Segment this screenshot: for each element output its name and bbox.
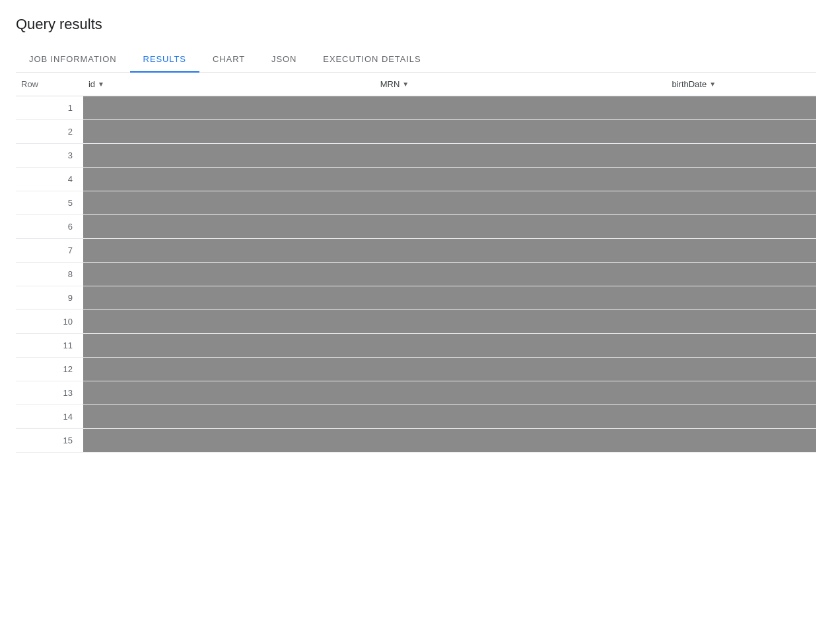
cell-mrn — [375, 405, 667, 429]
cell-birthdate — [666, 358, 816, 381]
table-row: 13 — [16, 381, 816, 405]
birthdate-sort-icon[interactable]: ▼ — [709, 80, 716, 88]
results-table-container: Row id ▼ MRN ▼ — [16, 73, 816, 453]
table-header-row: Row id ▼ MRN ▼ — [16, 73, 816, 96]
row-number: 8 — [16, 263, 83, 286]
row-number: 6 — [16, 215, 83, 239]
tab-job-information[interactable]: JOB INFORMATION — [16, 46, 130, 72]
cell-id — [83, 310, 375, 334]
tabs-bar: JOB INFORMATION RESULTS CHART JSON EXECU… — [16, 46, 816, 73]
cell-mrn — [375, 215, 667, 239]
cell-mrn — [375, 96, 667, 120]
row-number: 9 — [16, 286, 83, 310]
cell-id — [83, 286, 375, 310]
cell-id — [83, 381, 375, 405]
col-header-mrn[interactable]: MRN ▼ — [375, 73, 667, 96]
row-number: 14 — [16, 405, 83, 429]
cell-id — [83, 215, 375, 239]
cell-id — [83, 96, 375, 120]
cell-id — [83, 239, 375, 263]
col-header-id[interactable]: id ▼ — [83, 73, 375, 96]
cell-birthdate — [666, 191, 816, 215]
table-row: 5 — [16, 191, 816, 215]
cell-id — [83, 191, 375, 215]
id-sort-icon[interactable]: ▼ — [98, 80, 104, 88]
cell-id — [83, 429, 375, 453]
cell-birthdate — [666, 144, 816, 168]
row-number: 12 — [16, 358, 83, 381]
row-number: 2 — [16, 120, 83, 144]
cell-birthdate — [666, 310, 816, 334]
table-row: 11 — [16, 334, 816, 358]
tab-chart[interactable]: CHART — [199, 46, 258, 72]
table-row: 14 — [16, 405, 816, 429]
row-number: 3 — [16, 144, 83, 168]
mrn-sort-icon[interactable]: ▼ — [402, 80, 409, 88]
cell-mrn — [375, 358, 667, 381]
cell-mrn — [375, 286, 667, 310]
cell-mrn — [375, 429, 667, 453]
cell-id — [83, 263, 375, 286]
cell-id — [83, 144, 375, 168]
cell-birthdate — [666, 381, 816, 405]
results-table: Row id ▼ MRN ▼ — [16, 73, 816, 453]
cell-mrn — [375, 310, 667, 334]
page-container: Query results JOB INFORMATION RESULTS CH… — [0, 0, 832, 644]
cell-birthdate — [666, 263, 816, 286]
cell-mrn — [375, 239, 667, 263]
table-row: 7 — [16, 239, 816, 263]
cell-birthdate — [666, 334, 816, 358]
cell-mrn — [375, 334, 667, 358]
tab-execution-details[interactable]: EXECUTION DETAILS — [310, 46, 434, 72]
table-row: 10 — [16, 310, 816, 334]
tab-results[interactable]: RESULTS — [130, 46, 199, 72]
row-number: 11 — [16, 334, 83, 358]
table-row: 9 — [16, 286, 816, 310]
cell-id — [83, 168, 375, 191]
cell-id — [83, 120, 375, 144]
table-row: 1 — [16, 96, 816, 120]
table-row: 4 — [16, 168, 816, 191]
cell-mrn — [375, 381, 667, 405]
cell-birthdate — [666, 215, 816, 239]
cell-mrn — [375, 263, 667, 286]
row-number: 13 — [16, 381, 83, 405]
cell-birthdate — [666, 286, 816, 310]
cell-birthdate — [666, 239, 816, 263]
cell-mrn — [375, 144, 667, 168]
row-number: 10 — [16, 310, 83, 334]
cell-id — [83, 405, 375, 429]
table-row: 15 — [16, 429, 816, 453]
table-body: 123456789101112131415 — [16, 96, 816, 453]
cell-mrn — [375, 168, 667, 191]
row-number: 1 — [16, 96, 83, 120]
page-title: Query results — [16, 16, 816, 33]
col-header-birthdate[interactable]: birthDate ▼ — [666, 73, 816, 96]
row-number: 5 — [16, 191, 83, 215]
row-number: 15 — [16, 429, 83, 453]
table-row: 3 — [16, 144, 816, 168]
cell-id — [83, 358, 375, 381]
tab-json[interactable]: JSON — [258, 46, 310, 72]
cell-mrn — [375, 191, 667, 215]
col-header-row: Row — [16, 73, 83, 96]
table-row: 6 — [16, 215, 816, 239]
cell-birthdate — [666, 405, 816, 429]
row-number: 7 — [16, 239, 83, 263]
table-row: 8 — [16, 263, 816, 286]
row-number: 4 — [16, 168, 83, 191]
table-row: 12 — [16, 358, 816, 381]
cell-birthdate — [666, 168, 816, 191]
table-row: 2 — [16, 120, 816, 144]
cell-birthdate — [666, 429, 816, 453]
cell-birthdate — [666, 120, 816, 144]
cell-mrn — [375, 120, 667, 144]
cell-birthdate — [666, 96, 816, 120]
cell-id — [83, 334, 375, 358]
